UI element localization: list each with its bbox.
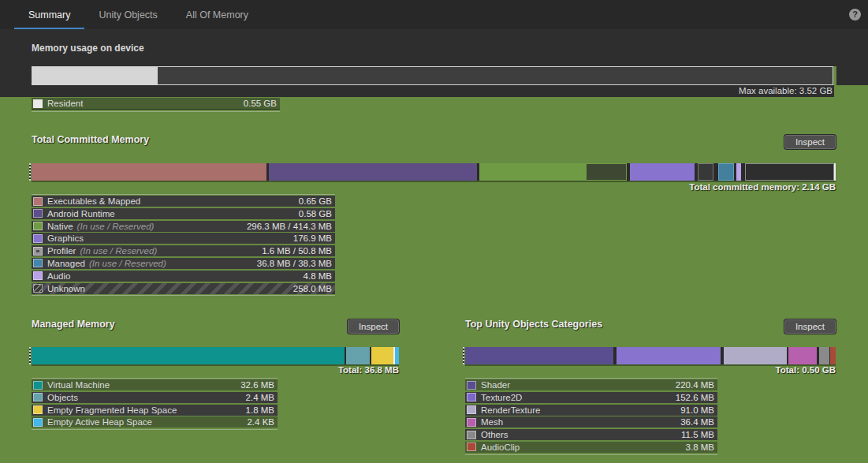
rendertexture-swatch-icon	[467, 405, 476, 414]
section-total-committed-memory: Total Committed Memory Inspect Total com…	[32, 134, 836, 300]
executables-mapped-swatch-icon	[33, 197, 43, 206]
legend-row-android-runtime[interactable]: Android Runtime0.58 GB	[32, 208, 335, 219]
legend-label: Mesh	[481, 417, 503, 427]
bar-segment-empty-active-heap[interactable]	[395, 347, 399, 364]
device-memory-bar-fill	[32, 67, 158, 84]
device-legend: Resident0.55 GB	[32, 97, 280, 112]
device-bar-end-tick	[833, 66, 836, 85]
legend-row-native[interactable]: Native(In use / Reserved)296.3 MB / 414.…	[32, 221, 335, 232]
legend-value: 3.8 MB	[686, 442, 714, 452]
legend-row-virtual-machine[interactable]: Virtual Machine32.6 MB	[32, 379, 278, 390]
categories-section-title: Top Unity Objects Categories	[465, 319, 602, 330]
objects-swatch-icon	[33, 393, 43, 401]
bar-subsegment	[480, 164, 587, 180]
legend-value: 1.6 MB / 50.8 MB	[262, 246, 332, 256]
legend-row-others[interactable]: Others11.5 MB	[465, 429, 717, 440]
legend-value: 36.8 MB / 38.3 MB	[257, 259, 332, 268]
device-memory-panel: Memory usage on device	[0, 29, 868, 85]
legend-value: 2.4 MB	[246, 393, 274, 402]
committed-inspect-button[interactable]: Inspect	[784, 135, 836, 149]
native-swatch-icon	[33, 222, 43, 230]
max-available-strip: Max available: 3.52 GB	[0, 85, 834, 97]
audio-swatch-icon	[33, 271, 43, 280]
legend-value: 176.9 MB	[293, 233, 332, 243]
categories-inspect-button[interactable]: Inspect	[784, 319, 836, 334]
resident-swatch-icon	[33, 99, 43, 108]
help-icon[interactable]: ?	[849, 9, 861, 21]
legend-label: Managed	[47, 259, 85, 268]
legend-row-audio[interactable]: Audio4.8 MB	[32, 271, 335, 282]
bar-segment-shader[interactable]	[465, 347, 613, 364]
bar-segment-end-tick[interactable]	[834, 163, 836, 181]
legend-row-empty-active-heap-space[interactable]: Empty Active Heap Space2.4 KB	[32, 416, 278, 428]
legend-row-executables-mapped[interactable]: Executables & Mapped0.65 GB	[32, 196, 335, 207]
android-runtime-swatch-icon	[33, 209, 43, 218]
managed-inspect-button[interactable]: Inspect	[348, 319, 399, 334]
bar-segment-others[interactable]	[819, 347, 829, 364]
legend-row-rendertexture[interactable]: RenderTexture91.0 MB	[465, 405, 717, 416]
bar-segment-native[interactable]	[479, 163, 627, 181]
legend-row-texture2d[interactable]: Texture2D152.6 MB	[465, 392, 717, 403]
tab-unity-objects[interactable]: Unity Objects	[84, 0, 171, 29]
legend-row-empty-fragmented-heap-space[interactable]: Empty Fragmented Heap Space1.8 MB	[32, 405, 278, 416]
bar-segment-virtual-machine[interactable]	[32, 347, 345, 364]
legend-label: Empty Fragmented Heap Space	[47, 405, 177, 415]
bar-segment-audioclip[interactable]	[830, 347, 836, 364]
categories-legend: Shader220.4 MBTexture2D152.6 MBRenderTex…	[465, 378, 717, 455]
legend-label: Resident	[47, 99, 83, 108]
bar-segment-rendertexture[interactable]	[724, 347, 787, 364]
managed-section-title: Managed Memory	[32, 319, 115, 330]
texture2d-swatch-icon	[467, 393, 476, 401]
legend-value: 220.4 MB	[676, 380, 714, 390]
managed-legend: Virtual Machine32.6 MBObjects2.4 MBEmpty…	[32, 378, 278, 430]
managed-swatch-icon	[33, 259, 43, 267]
legend-row-graphics[interactable]: Graphics176.9 MB	[32, 233, 335, 244]
committed-section-title: Total Committed Memory	[32, 134, 149, 145]
legend-row-objects[interactable]: Objects2.4 MB	[32, 392, 278, 403]
bar-segment-managed[interactable]	[718, 163, 734, 181]
legend-row-mesh[interactable]: Mesh36.4 MB	[465, 416, 717, 428]
profiler-swatch-icon	[33, 247, 43, 256]
bar-segment-mesh[interactable]	[788, 347, 817, 364]
bar-subsegment	[587, 164, 626, 180]
legend-label: Unknown	[47, 284, 85, 293]
tab-summary[interactable]: Summary	[14, 0, 84, 29]
managed-total-label: Total: 36.8 MB	[338, 365, 399, 375]
legend-label: Profiler	[47, 246, 76, 256]
tab-all-of-memory[interactable]: All Of Memory	[172, 0, 263, 29]
legend-value: 152.6 MB	[676, 393, 714, 402]
legend-label: Android Runtime	[47, 209, 115, 218]
shader-swatch-icon	[467, 381, 476, 390]
legend-row-resident[interactable]: Resident0.55 GB	[32, 98, 280, 110]
legend-row-managed[interactable]: Managed(In use / Reserved)36.8 MB / 38.3…	[32, 258, 335, 269]
bar-segment-executables-mapped[interactable]	[32, 163, 266, 181]
legend-sublabel: (In use / Reserved)	[80, 246, 157, 256]
legend-value: 0.58 GB	[299, 209, 332, 218]
bar-segment-empty-fragmented-heap[interactable]	[371, 347, 393, 364]
mesh-swatch-icon	[467, 418, 476, 427]
legend-value: 258.0 MB	[293, 284, 332, 293]
legend-row-profiler[interactable]: Profiler(In use / Reserved)1.6 MB / 50.8…	[32, 245, 335, 256]
bar-segment-graphics[interactable]	[630, 163, 695, 181]
legend-label: Texture2D	[481, 393, 522, 402]
legend-label: Others	[481, 430, 509, 439]
empty-active-heap-space-swatch-icon	[33, 418, 43, 427]
legend-label: Objects	[47, 393, 78, 402]
legend-label: Native	[47, 222, 73, 231]
bar-segment-android-runtime[interactable]	[269, 163, 477, 181]
others-swatch-icon	[467, 431, 476, 439]
graphics-swatch-icon	[33, 234, 43, 243]
legend-row-shader[interactable]: Shader220.4 MB	[465, 379, 717, 390]
bar-segment-objects[interactable]	[346, 347, 370, 364]
tab-all-of-memory-label: All Of Memory	[186, 9, 248, 21]
legend-sublabel: (In use / Reserved)	[77, 222, 155, 231]
bar-segment-texture2d[interactable]	[617, 347, 721, 364]
bar-segment-profiler[interactable]	[698, 163, 713, 181]
legend-value: 0.55 GB	[244, 99, 277, 108]
legend-row-unknown[interactable]: Unknown258.0 MB	[32, 283, 335, 294]
tab-bar: Summary Unity Objects All Of Memory	[0, 0, 868, 29]
legend-row-audioclip[interactable]: AudioClip3.8 MB	[465, 442, 717, 453]
max-available-label: Max available: 3.52 GB	[739, 86, 834, 95]
bar-segment-unknown[interactable]	[745, 163, 834, 181]
device-memory-bar[interactable]	[32, 66, 833, 85]
